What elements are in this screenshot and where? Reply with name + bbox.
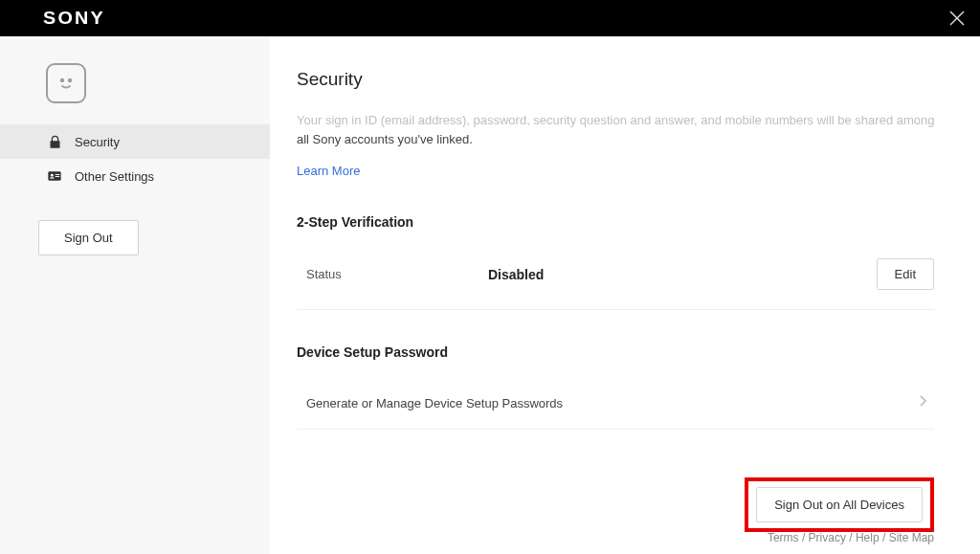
lock-icon xyxy=(46,133,63,150)
sign-out-all-devices-button[interactable]: Sign Out on All Devices xyxy=(756,487,923,522)
highlight-box: Sign Out on All Devices xyxy=(745,477,934,532)
chevron-right-icon xyxy=(919,394,928,411)
intro-text: Your sign in ID (email address), passwor… xyxy=(297,111,934,148)
sidebar-item-other-settings[interactable]: Other Settings xyxy=(0,159,270,193)
status-label: Status xyxy=(306,267,488,281)
footer-sitemap-link[interactable]: Site Map xyxy=(889,531,934,544)
avatar-face-icon xyxy=(55,72,78,95)
svg-point-2 xyxy=(61,79,64,82)
topbar: SONY xyxy=(0,0,980,36)
device-heading: Device Setup Password xyxy=(297,344,934,360)
sign-out-all-wrap: Sign Out on All Devices xyxy=(297,477,934,532)
id-card-icon xyxy=(46,167,63,185)
footer-terms-link[interactable]: Terms xyxy=(768,531,799,544)
two-step-heading: 2-Step Verification xyxy=(297,214,934,230)
svg-rect-6 xyxy=(50,177,54,178)
nav-list: Security Other Settings xyxy=(0,124,270,193)
page-title: Security xyxy=(297,69,934,90)
close-button[interactable] xyxy=(946,7,969,30)
intro-text-line2: all Sony accounts you've linked. xyxy=(297,130,934,149)
close-icon xyxy=(948,10,966,27)
svg-rect-8 xyxy=(56,176,60,177)
svg-point-5 xyxy=(51,174,54,177)
brand-logo: SONY xyxy=(43,9,105,29)
svg-rect-7 xyxy=(56,174,60,175)
sidebar: Security Other Settings Sign Out xyxy=(0,36,270,554)
sidebar-item-security[interactable]: Security xyxy=(0,124,270,159)
device-row-label: Generate or Manage Device Setup Password… xyxy=(306,396,563,410)
two-step-status-row: Status Disabled Edit xyxy=(297,249,934,310)
sidebar-item-label: Security xyxy=(75,135,120,149)
footer-links: Terms / Privacy / Help / Site Map xyxy=(768,531,934,544)
status-value: Disabled xyxy=(488,267,877,282)
avatar xyxy=(46,63,86,103)
footer-privacy-link[interactable]: Privacy xyxy=(809,531,846,544)
intro-text-line1: Your sign in ID (email address), passwor… xyxy=(297,111,934,130)
edit-button[interactable]: Edit xyxy=(877,258,934,290)
svg-point-3 xyxy=(69,79,72,82)
sign-out-button[interactable]: Sign Out xyxy=(38,220,139,255)
learn-more-link[interactable]: Learn More xyxy=(297,164,360,178)
device-setup-row[interactable]: Generate or Manage Device Setup Password… xyxy=(297,379,934,430)
footer-help-link[interactable]: Help xyxy=(856,531,880,544)
avatar-row xyxy=(0,57,270,124)
main-panel: Security Your sign in ID (email address)… xyxy=(270,36,980,554)
sidebar-item-label: Other Settings xyxy=(75,169,154,184)
